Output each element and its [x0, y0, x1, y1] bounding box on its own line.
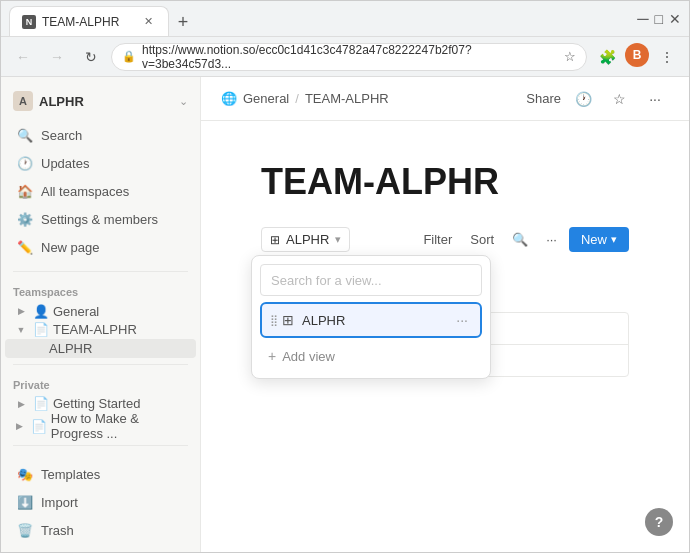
sidebar-settings-label: Settings & members — [41, 212, 158, 227]
drag-handle-icon: ⣿ — [270, 314, 278, 327]
bookmark-star-icon[interactable]: ☆ — [564, 49, 576, 64]
general-page-icon: 👤 — [33, 304, 49, 319]
browser-menu-icon[interactable]: ⋮ — [653, 43, 681, 71]
history-icon[interactable]: 🕐 — [569, 85, 597, 113]
view-dropdown: ⣿ ⊞ ALPHR ··· + Add view — [251, 255, 491, 379]
import-label: Import — [41, 495, 78, 510]
browser-frame: N TEAM-ALPHR ✕ + ─ □ ✕ ← → ↻ 🔒 https://w… — [0, 0, 690, 553]
dropdown-item-icons: ⣿ ⊞ — [270, 312, 294, 328]
sidebar-item-alphr-child[interactable]: ▶ ALPHR — [5, 339, 196, 358]
sidebar-nav: 🔍 Search 🕐 Updates 🏠 All teamspaces ⚙️ S… — [1, 117, 200, 265]
team-alphr-label: TEAM-ALPHR — [53, 322, 137, 337]
sidebar-divider-1 — [13, 271, 188, 272]
page-title: TEAM-ALPHR — [261, 161, 629, 203]
getting-started-toggle-icon: ▶ — [13, 396, 29, 412]
new-tab-button[interactable]: + — [169, 8, 197, 36]
tab-favicon: N — [22, 15, 36, 29]
minimize-button[interactable]: ─ — [637, 10, 648, 28]
db-toolbar: ⊞ ALPHR ▾ Filter Sort 🔍 ··· New ▾ — [261, 227, 629, 252]
trash-label: Trash — [41, 523, 74, 538]
sidebar-item-all-teamspaces[interactable]: 🏠 All teamspaces — [5, 177, 196, 205]
add-view-label: Add view — [282, 349, 335, 364]
favorite-icon[interactable]: ☆ — [605, 85, 633, 113]
sort-button[interactable]: Sort — [464, 230, 500, 249]
forward-button[interactable]: → — [43, 43, 71, 71]
browser-titlebar: N TEAM-ALPHR ✕ + ─ □ ✕ — [1, 1, 689, 37]
sidebar-search-label: Search — [41, 128, 82, 143]
breadcrumb-page[interactable]: TEAM-ALPHR — [305, 91, 389, 106]
sidebar-item-how-to-make[interactable]: ▶ 📄 How to Make & Progress ... — [5, 413, 196, 439]
db-search-icon[interactable]: 🔍 — [506, 230, 534, 249]
sidebar-item-team-alphr[interactable]: ▼ 📄 TEAM-ALPHR — [5, 320, 196, 339]
page-header: 🌐 General / TEAM-ALPHR Share 🕐 ☆ ··· — [201, 77, 689, 121]
lock-icon: 🔒 — [122, 50, 136, 63]
teamspaces-icon: 🏠 — [17, 183, 33, 199]
import-icon: ⬇️ — [17, 494, 33, 510]
sidebar-item-search[interactable]: 🔍 Search — [5, 121, 196, 149]
url-text: https://www.notion.so/ecc0c1d41c3c4782a4… — [142, 43, 558, 71]
db-view-selector[interactable]: ⊞ ALPHR ▾ — [261, 227, 350, 252]
filter-button[interactable]: Filter — [417, 230, 458, 249]
back-button[interactable]: ← — [9, 43, 37, 71]
restore-button[interactable]: □ — [655, 11, 663, 27]
templates-label: Templates — [41, 467, 100, 482]
new-record-button[interactable]: New ▾ — [569, 227, 629, 252]
address-bar[interactable]: 🔒 https://www.notion.so/ecc0c1d41c3c4782… — [111, 43, 587, 71]
sidebar-divider-3 — [13, 445, 188, 446]
templates-icon: 🎭 — [17, 466, 33, 482]
help-button[interactable]: ? — [645, 508, 673, 536]
breadcrumb-separator: / — [295, 91, 299, 106]
dropdown-view-item-alphr[interactable]: ⣿ ⊞ ALPHR ··· — [260, 302, 482, 338]
profile-icon[interactable]: B — [625, 43, 649, 67]
db-more-icon[interactable]: ··· — [540, 230, 563, 249]
more-options-icon[interactable]: ··· — [641, 85, 669, 113]
sidebar-divider-2 — [13, 364, 188, 365]
dropdown-view-more-icon[interactable]: ··· — [452, 310, 472, 330]
alphr-child-label: ALPHR — [49, 341, 92, 356]
sidebar-item-updates[interactable]: 🕐 Updates — [5, 149, 196, 177]
main-content-area: 🌐 General / TEAM-ALPHR Share 🕐 ☆ ··· TEA… — [201, 77, 689, 552]
view-search-input[interactable] — [260, 264, 482, 296]
search-icon: 🔍 — [17, 127, 33, 143]
sidebar: A ALPHR ⌄ 🔍 Search 🕐 Updates 🏠 All teams… — [1, 77, 201, 552]
workspace-chevron-icon: ⌄ — [179, 95, 188, 108]
sidebar-item-new-page[interactable]: ✏️ New page — [5, 233, 196, 261]
add-view-plus-icon: + — [268, 348, 276, 364]
sidebar-item-settings[interactable]: ⚙️ Settings & members — [5, 205, 196, 233]
breadcrumb-workspace-icon: 🌐 — [221, 91, 237, 107]
sidebar-updates-label: Updates — [41, 156, 89, 171]
sidebar-item-templates[interactable]: 🎭 Templates — [5, 460, 196, 488]
workspace-name: ALPHR — [39, 94, 173, 109]
getting-started-icon: 📄 — [33, 396, 49, 411]
how-to-make-icon: 📄 — [31, 419, 47, 434]
sidebar-item-general[interactable]: ▶ 👤 General — [5, 302, 196, 321]
extensions-icon[interactable]: 🧩 — [593, 43, 621, 71]
getting-started-label: Getting Started — [53, 396, 140, 411]
db-view-chevron-icon: ▾ — [335, 233, 341, 246]
page-body: TEAM-ALPHR ⊞ ALPHR ▾ Filter Sort 🔍 ··· — [201, 121, 689, 552]
active-tab[interactable]: N TEAM-ALPHR ✕ — [9, 6, 169, 36]
share-button[interactable]: Share — [526, 91, 561, 106]
sidebar-item-import[interactable]: ⬇️ Import — [5, 488, 196, 516]
trash-icon: 🗑️ — [17, 522, 33, 538]
how-to-make-label: How to Make & Progress ... — [51, 411, 188, 441]
general-label: General — [53, 304, 99, 319]
tab-bar: N TEAM-ALPHR ✕ + — [9, 1, 197, 36]
new-label: New — [581, 232, 607, 247]
tab-close-button[interactable]: ✕ — [140, 14, 156, 30]
sidebar-bottom: 🎭 Templates ⬇️ Import 🗑️ Trash — [1, 452, 200, 544]
sidebar-all-teamspaces-label: All teamspaces — [41, 184, 129, 199]
db-view-name: ALPHR — [286, 232, 329, 247]
add-view-button[interactable]: + Add view — [260, 342, 482, 370]
team-alphr-toggle-icon: ▼ — [13, 322, 29, 338]
workspace-icon: A — [13, 91, 33, 111]
new-page-icon: ✏️ — [17, 239, 33, 255]
how-to-make-toggle-icon: ▶ — [13, 418, 27, 434]
reload-button[interactable]: ↻ — [77, 43, 105, 71]
breadcrumb-workspace[interactable]: General — [243, 91, 289, 106]
sidebar-item-trash[interactable]: 🗑️ Trash — [5, 516, 196, 544]
tab-title: TEAM-ALPHR — [42, 15, 134, 29]
close-button[interactable]: ✕ — [669, 11, 681, 27]
header-right-actions: Share 🕐 ☆ ··· — [526, 85, 669, 113]
workspace-header[interactable]: A ALPHR ⌄ — [1, 85, 200, 117]
